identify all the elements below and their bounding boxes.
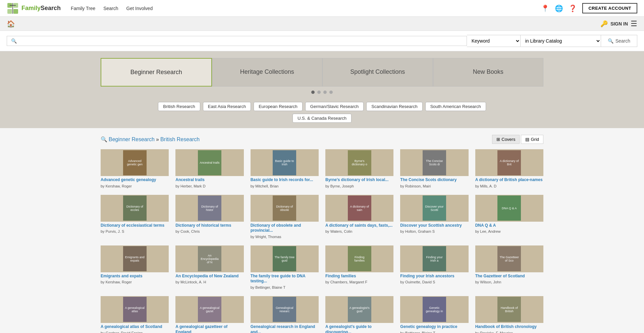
dot-1[interactable] bbox=[311, 91, 315, 94]
book-item[interactable]: DNA Q & ADNA Q & Aby Lee, Andrew bbox=[475, 195, 543, 239]
filter-german-slavic-research[interactable]: German/Slavic Research bbox=[305, 102, 364, 111]
book-title[interactable]: A genealogist's guide to discovering... bbox=[325, 324, 393, 333]
book-title[interactable]: Ancestral trails bbox=[175, 177, 244, 183]
nav-get-involved[interactable]: Get Involved bbox=[126, 6, 153, 11]
tab-new-books[interactable]: New Books bbox=[433, 58, 544, 87]
book-author: by Herber, Mark D bbox=[175, 184, 244, 188]
book-item[interactable]: Dictionary of obsoleDictionary of obsole… bbox=[251, 195, 319, 239]
book-cover: Dictionary of obsole bbox=[251, 195, 319, 222]
covers-view-button[interactable]: ⊞ Covers bbox=[492, 135, 520, 144]
book-title[interactable]: Discover your Scottish ancestry bbox=[400, 223, 468, 228]
book-author: by Mitchell, Brian bbox=[251, 184, 319, 188]
book-item[interactable]: The Gazetteer of ScoThe Gazetteer of Sco… bbox=[475, 245, 543, 289]
sign-in-button[interactable]: SIGN IN bbox=[610, 21, 628, 26]
filter-scandinavian-research[interactable]: Scandinavian Research bbox=[366, 102, 422, 111]
book-title[interactable]: An Encyclopedia of New Zealand bbox=[175, 274, 244, 279]
book-title[interactable]: Dictionary of obsolete and provincial... bbox=[251, 223, 319, 233]
dot-4[interactable] bbox=[329, 91, 333, 94]
location-icon[interactable]: 📍 bbox=[541, 4, 549, 12]
book-item[interactable]: An Encyclopedia of NAn Encyclopedia of N… bbox=[175, 245, 244, 289]
grid-view-button[interactable]: ▤ Grid bbox=[521, 135, 543, 144]
top-nav: FamilySearch Family Tree Search Get Invo… bbox=[0, 0, 644, 17]
book-item[interactable]: A genealogical atlasA genealogical atlas… bbox=[101, 296, 169, 333]
book-item[interactable]: Dictionary of ecclesDictionary of eccles… bbox=[101, 195, 169, 239]
filter-us-canada-research[interactable]: U.S. & Canada Research bbox=[292, 114, 352, 123]
book-title[interactable]: The Concise Scots dictionary bbox=[400, 177, 468, 183]
book-author: by Byrne, Joseph bbox=[325, 184, 393, 188]
scope-select[interactable]: in Library Catalog in All Collections in… bbox=[521, 35, 601, 47]
book-item[interactable]: A dictionary of BritA dictionary of Brit… bbox=[475, 149, 543, 188]
book-title[interactable]: A genealogical gazetteer of England bbox=[175, 324, 244, 333]
book-item[interactable]: Byrne's dictionary oByrne's dictionary o… bbox=[325, 149, 393, 188]
book-title[interactable]: DNA Q & A bbox=[475, 223, 543, 228]
book-cover: Emigrants and expats bbox=[101, 245, 169, 272]
filter-south-american-research[interactable]: South American Research bbox=[425, 102, 486, 111]
book-title[interactable]: Genetic genealogy in practice bbox=[400, 324, 468, 330]
book-item[interactable]: The family tree guidThe family tree guid… bbox=[251, 245, 319, 289]
book-item[interactable]: Emigrants and expatsEmigrants and expats… bbox=[101, 245, 169, 289]
keyword-select[interactable]: Keyword Title Author Subject bbox=[467, 35, 521, 47]
book-item[interactable]: The Concise Scots diThe Concise Scots di… bbox=[400, 149, 468, 188]
filter-european-research[interactable]: European Research bbox=[254, 102, 303, 111]
book-cover: Dictionary of histor bbox=[175, 195, 244, 222]
dot-3[interactable] bbox=[323, 91, 327, 94]
nav-search[interactable]: Search bbox=[103, 6, 118, 11]
book-cover: Ancestral trails bbox=[175, 149, 244, 176]
books-grid: Advanced genetic genAdvanced genetic gen… bbox=[101, 149, 543, 333]
book-title[interactable]: Advanced genetic genealogy bbox=[101, 177, 169, 183]
search-button[interactable]: 🔍 Search bbox=[601, 35, 637, 47]
book-item[interactable]: Advanced genetic genAdvanced genetic gen… bbox=[101, 149, 169, 188]
book-item[interactable]: Ancestral trailsAncestral trailsby Herbe… bbox=[175, 149, 244, 188]
book-item[interactable]: A genealogical gazetA genealogical gazet… bbox=[175, 296, 244, 333]
dot-2[interactable] bbox=[317, 91, 321, 94]
book-title[interactable]: A genealogical atlas of Scotland bbox=[101, 324, 169, 330]
book-item[interactable]: Discover your ScottiDiscover your Scotti… bbox=[400, 195, 468, 239]
book-title[interactable]: Finding your Irish ancestors bbox=[400, 274, 468, 279]
book-title[interactable]: Byrne's dictionary of Irish local... bbox=[325, 177, 393, 183]
nav-family-tree[interactable]: Family Tree bbox=[71, 6, 95, 11]
tab-beginner-research[interactable]: Beginner Research bbox=[101, 58, 212, 87]
search-input[interactable] bbox=[19, 38, 463, 44]
book-title[interactable]: The family tree guide to DNA testing... bbox=[251, 274, 319, 284]
book-title[interactable]: Dictionary of historical terms bbox=[175, 223, 244, 228]
breadcrumb-british-research[interactable]: British Research bbox=[160, 136, 200, 143]
book-item[interactable]: Genetic genealogy inGenetic genealogy in… bbox=[400, 296, 468, 333]
book-author: by Wright, Thomas bbox=[251, 235, 319, 239]
book-title[interactable]: Dictionary of ecclesiastical terms bbox=[101, 223, 169, 228]
globe-icon[interactable]: 🌐 bbox=[555, 4, 563, 12]
filter-british-research[interactable]: British Research bbox=[158, 102, 200, 111]
banner: Beginner Research Heritage Collections S… bbox=[0, 51, 644, 128]
book-item[interactable]: A genealogist's guidA genealogist's guid… bbox=[325, 296, 393, 333]
book-title[interactable]: A dictionary of British place-names bbox=[475, 177, 543, 183]
book-item[interactable]: Dictionary of historDictionary of histor… bbox=[175, 195, 244, 239]
breadcrumb-beginner-research[interactable]: Beginner Research bbox=[109, 136, 155, 143]
book-item[interactable]: Finding your Irish aFinding your Irish a… bbox=[400, 245, 468, 289]
logo[interactable]: FamilySearch bbox=[7, 2, 61, 14]
filter-east-asia-research[interactable]: East Asia Research bbox=[203, 102, 251, 111]
tab-spotlight-collections[interactable]: Spotlight Collections bbox=[322, 58, 433, 87]
book-author: by Purvis, J. S bbox=[101, 229, 169, 233]
book-title[interactable]: Basic guide to Irish records for... bbox=[251, 177, 319, 183]
book-author: by Bettinger, Blaine T bbox=[400, 331, 468, 333]
book-item[interactable]: Finding familiesFinding familiesby Chamb… bbox=[325, 245, 393, 289]
book-cover: Genetic genealogy in bbox=[400, 296, 468, 323]
tab-heritage-collections[interactable]: Heritage Collections bbox=[212, 58, 323, 87]
book-title[interactable]: Genealogical research in England and... bbox=[251, 324, 319, 333]
book-item[interactable]: Genealogical researcGenealogical researc… bbox=[251, 296, 319, 333]
book-item[interactable]: Basic guide to IrishBasic guide to Irish… bbox=[251, 149, 319, 188]
breadcrumb-separator: » bbox=[156, 136, 159, 143]
help-icon[interactable]: ❓ bbox=[569, 4, 577, 12]
filter-tags: British Research East Asia Research Euro… bbox=[0, 98, 644, 128]
book-title[interactable]: Handbook of British chronology bbox=[475, 324, 543, 330]
book-title[interactable]: Finding families bbox=[325, 274, 393, 279]
create-account-button[interactable]: CREATE ACCOUNT bbox=[582, 3, 637, 13]
book-cover: Finding your Irish a bbox=[400, 245, 468, 272]
book-title[interactable]: A dictionary of saints days, fasts,... bbox=[325, 223, 393, 228]
book-title[interactable]: Emigrants and expats bbox=[101, 274, 169, 279]
hamburger-icon[interactable]: ☰ bbox=[631, 19, 637, 28]
book-item[interactable]: Handbook of British Handbook of British … bbox=[475, 296, 543, 333]
search-bar: 🔍 Keyword Title Author Subject in Librar… bbox=[0, 31, 644, 51]
home-icon[interactable]: 🏠 bbox=[7, 20, 15, 28]
book-title[interactable]: The Gazetteer of Scotland bbox=[475, 274, 543, 279]
book-item[interactable]: A dictionary of sainA dictionary of sain… bbox=[325, 195, 393, 239]
